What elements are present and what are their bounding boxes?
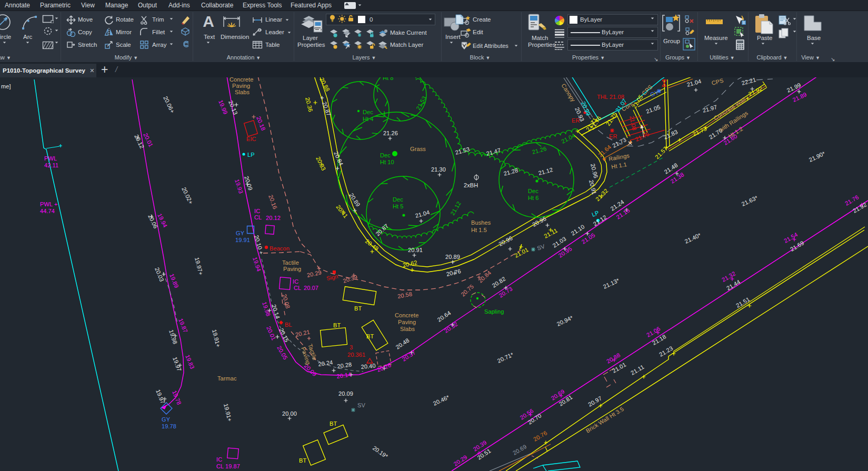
- svg-text:20.37: 20.37: [401, 349, 417, 362]
- svg-text:Dec: Dec: [528, 188, 538, 194]
- svg-text:21.57: 21.57: [654, 145, 669, 160]
- svg-text:20.40: 20.40: [361, 363, 376, 370]
- svg-text:21.26: 21.26: [531, 145, 547, 155]
- svg-text:22.21: 22.21: [741, 77, 756, 86]
- svg-text:Ht 6: Ht 6: [528, 195, 539, 201]
- svg-text:19.87: 19.87: [177, 317, 189, 333]
- svg-text:20.91: 20.91: [408, 247, 423, 253]
- svg-text:21.48: 21.48: [663, 162, 679, 175]
- svg-text:20.91: 20.91: [588, 179, 597, 195]
- svg-text:21.90*: 21.90*: [808, 150, 826, 163]
- svg-text:21.04: 21.04: [560, 132, 576, 145]
- svg-text:SV: SV: [536, 243, 546, 252]
- svg-text:Dec: Dec: [380, 152, 391, 158]
- svg-text:Dec: Dec: [363, 109, 373, 115]
- svg-text:Sign: Sign: [326, 273, 338, 282]
- svg-text:Tarmac: Tarmac: [217, 375, 237, 382]
- svg-text:ER: ER: [609, 133, 617, 139]
- svg-text:Slabs: Slabs: [400, 326, 415, 332]
- svg-text:CL: CL: [294, 285, 301, 291]
- svg-text:21.54: 21.54: [783, 231, 799, 244]
- svg-text:20.21: 20.21: [295, 328, 311, 338]
- svg-text:CL 19.87: CL 19.87: [216, 463, 240, 469]
- svg-text:21.26: 21.26: [383, 130, 398, 136]
- svg-text:Sapling: Sapling: [484, 308, 504, 315]
- svg-text:Ht 5: Ht 5: [393, 203, 404, 209]
- svg-text:20.08: 20.08: [281, 293, 291, 309]
- svg-text:20.12: 20.12: [266, 215, 281, 221]
- svg-text:Concrete: Concrete: [230, 77, 253, 83]
- svg-text:21.47: 21.47: [485, 147, 501, 157]
- svg-text:LP: LP: [247, 152, 255, 158]
- svg-text:19.91+: 19.91+: [211, 329, 222, 348]
- svg-text:LP: LP: [591, 209, 600, 218]
- svg-text:20.07: 20.07: [304, 285, 318, 291]
- svg-text:20.76: 20.76: [446, 268, 462, 277]
- svg-text:20.49: 20.49: [364, 238, 380, 252]
- svg-text:Slabs: Slabs: [235, 89, 250, 95]
- svg-text:20.58: 20.58: [397, 290, 413, 299]
- svg-text:19.97: 19.97: [155, 388, 166, 404]
- svg-text:20.87: 20.87: [321, 101, 332, 117]
- svg-text:CPS: CPS: [711, 77, 724, 86]
- svg-text:20.76: 20.76: [532, 429, 548, 442]
- svg-text:21.04: 21.04: [414, 209, 430, 219]
- svg-text:ER: ER: [572, 117, 580, 124]
- svg-text:Ht 10: Ht 10: [380, 159, 394, 165]
- svg-text:PWL: PWL: [44, 155, 57, 162]
- svg-text:21.73: 21.73: [692, 125, 707, 137]
- svg-text:20.19*: 20.19*: [372, 445, 390, 460]
- svg-text:21.83: 21.83: [663, 128, 679, 141]
- svg-text:BT: BT: [333, 322, 341, 328]
- svg-text:2xBH: 2xBH: [464, 182, 478, 188]
- svg-text:Ht 8: Ht 8: [383, 77, 394, 81]
- svg-text:21.75: 21.75: [634, 131, 650, 143]
- svg-text:19.89: 19.89: [168, 273, 180, 288]
- svg-text:IC: IC: [254, 208, 260, 214]
- svg-text:Bushes: Bushes: [471, 219, 491, 226]
- svg-text:Paving: Paving: [283, 266, 301, 272]
- svg-text:BT: BT: [354, 305, 362, 312]
- svg-text:21.11: 21.11: [630, 364, 645, 376]
- svg-text:19.91+: 19.91+: [223, 403, 233, 422]
- svg-text:20.06+: 20.06+: [162, 95, 176, 114]
- svg-text:20.18: 20.18: [255, 115, 267, 131]
- svg-text:19.78: 19.78: [162, 423, 176, 429]
- svg-text:BT: BT: [330, 420, 337, 427]
- svg-text:Railings: Railings: [608, 152, 630, 162]
- svg-text:Paving: Paving: [398, 319, 416, 325]
- svg-text:20.28: 20.28: [337, 361, 352, 369]
- svg-text:19.93: 19.93: [234, 178, 244, 194]
- svg-text:20.13: 20.13: [227, 99, 239, 115]
- svg-text:Tactile: Tactile: [282, 259, 299, 266]
- svg-text:21.01: 21.01: [611, 361, 627, 374]
- svg-text:21.12: 21.12: [449, 201, 462, 216]
- svg-text:me]: me]: [1, 83, 11, 89]
- svg-text:SV: SV: [357, 402, 365, 408]
- svg-text:Grass: Grass: [410, 146, 426, 152]
- svg-text:21.30: 21.30: [431, 166, 446, 173]
- svg-text:Ht 1.5: Ht 1.5: [471, 227, 487, 233]
- svg-text:21.69: 21.69: [789, 239, 805, 252]
- svg-text:Ht 1.1: Ht 1.1: [611, 161, 627, 170]
- svg-text:20.48: 20.48: [395, 337, 411, 350]
- svg-text:3: 3: [350, 344, 353, 350]
- svg-text:20.10 +: 20.10 +: [253, 234, 265, 255]
- svg-text:19.94: 19.94: [252, 256, 262, 272]
- svg-text:21.12: 21.12: [537, 166, 553, 176]
- svg-text:19.97: 19.97: [172, 356, 183, 372]
- svg-text:IC: IC: [293, 278, 298, 285]
- svg-text:19.83: 19.83: [184, 354, 196, 369]
- svg-text:19.99: 19.99: [217, 99, 229, 115]
- svg-text:21.28: 21.28: [503, 167, 518, 177]
- svg-text:21.51: 21.51: [735, 296, 751, 308]
- svg-text:20.96: 20.96: [590, 163, 599, 179]
- svg-text:20.71*: 20.71*: [496, 351, 515, 364]
- svg-text:20.64: 20.64: [436, 309, 452, 323]
- svg-text:20.96: 20.96: [497, 235, 513, 247]
- svg-text:20.01: 20.01: [265, 325, 277, 341]
- svg-text:21.40*: 21.40*: [684, 232, 702, 245]
- svg-text:THL 21.08: THL 21.08: [597, 94, 624, 100]
- svg-text:20.75: 20.75: [460, 283, 475, 298]
- svg-text:42.11: 42.11: [44, 162, 58, 168]
